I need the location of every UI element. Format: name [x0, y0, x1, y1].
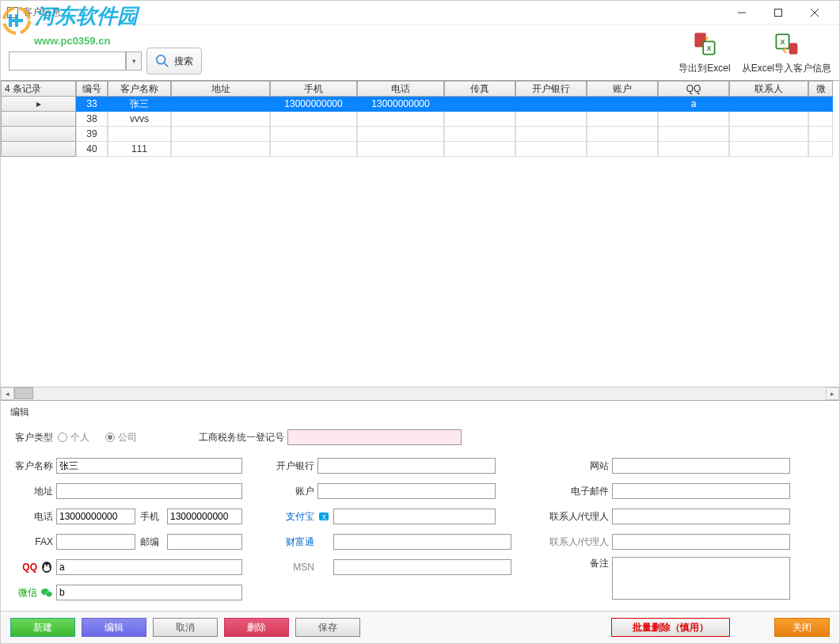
cell-last[interactable] [808, 142, 833, 157]
cell-acct[interactable] [587, 127, 658, 142]
zip-field[interactable] [167, 534, 242, 550]
edit-button[interactable]: 编辑 [82, 618, 146, 637]
contact1-field[interactable] [612, 509, 790, 524]
minimize-button[interactable] [724, 2, 760, 24]
cell-last[interactable] [808, 97, 833, 112]
cell-name[interactable] [108, 127, 171, 142]
col-id[interactable]: 编号 [76, 81, 108, 97]
col-address[interactable]: 地址 [171, 81, 270, 97]
col-bank[interactable]: 开户银行 [515, 81, 587, 97]
cell-name[interactable]: 张三 [108, 97, 171, 112]
label-tenpay[interactable]: 财富通 [272, 535, 317, 549]
search-button[interactable]: 搜索 [146, 48, 202, 74]
cell-mobile[interactable] [270, 127, 357, 142]
export-excel-button[interactable]: X 导出到Excel [678, 30, 730, 75]
cell-bank[interactable] [515, 97, 587, 112]
cell-fax[interactable] [444, 127, 515, 142]
tenpay-field[interactable] [333, 534, 511, 550]
cell-contact[interactable] [729, 112, 808, 127]
cell-mobile[interactable] [270, 142, 357, 157]
cell-last[interactable] [808, 112, 833, 127]
customer-name-field[interactable] [56, 458, 242, 474]
cell-mobile[interactable]: 13000000000 [270, 97, 357, 112]
cell-qq[interactable] [658, 142, 729, 157]
bank-field[interactable] [317, 458, 496, 474]
address-field[interactable] [56, 483, 242, 499]
table-row[interactable]: 39 [1, 127, 839, 142]
cell-last[interactable] [808, 127, 833, 142]
import-excel-button[interactable]: X 从Excel导入客户信息 [742, 30, 831, 75]
close-panel-button[interactable]: 关闭 [774, 618, 830, 637]
tax-id-field[interactable] [287, 429, 462, 445]
cell-mobile[interactable] [270, 112, 357, 127]
cell-qq[interactable] [658, 127, 729, 142]
qq-field[interactable] [56, 559, 242, 575]
mobile-field[interactable] [167, 509, 242, 524]
cell-tel[interactable] [357, 142, 444, 157]
col-wechat[interactable]: 微 [808, 81, 833, 97]
cell-addr[interactable] [171, 127, 270, 142]
radio-company[interactable]: 公司 [105, 431, 137, 444]
new-button[interactable]: 新建 [10, 618, 75, 637]
table-row[interactable]: ▸33张三1300000000013000000000a [1, 97, 839, 112]
fax-field[interactable] [56, 534, 135, 550]
label-alipay[interactable]: 支付宝 [272, 510, 317, 524]
cell-addr[interactable] [171, 97, 270, 112]
cell-tel[interactable] [357, 112, 444, 127]
maximize-button[interactable] [760, 2, 796, 24]
cell-name[interactable]: 111 [108, 142, 171, 157]
cell-fax[interactable] [444, 112, 515, 127]
cell-id[interactable]: 33 [76, 97, 108, 112]
delete-button[interactable]: 删除 [224, 618, 289, 637]
table-row[interactable]: 40111 [1, 142, 839, 157]
col-telephone[interactable]: 电话 [357, 81, 444, 97]
cell-qq[interactable]: a [658, 97, 729, 112]
email-field[interactable] [612, 483, 790, 499]
col-customer-name[interactable]: 客户名称 [108, 81, 171, 97]
search-input[interactable] [9, 51, 126, 70]
telephone-field[interactable] [56, 509, 135, 524]
cell-contact[interactable] [729, 97, 808, 112]
cancel-button[interactable]: 取消 [153, 618, 218, 637]
cell-fax[interactable] [444, 142, 515, 157]
col-account[interactable]: 账户 [587, 81, 658, 97]
cell-bank[interactable] [515, 142, 587, 157]
table-row[interactable]: 38vvvs [1, 112, 839, 127]
data-grid[interactable]: 4 条记录 编号 客户名称 地址 手机 电话 传真 开户银行 账户 QQ 联系人… [1, 80, 839, 400]
remark-field[interactable] [612, 557, 790, 600]
scroll-thumb[interactable] [14, 387, 33, 399]
cell-contact[interactable] [729, 127, 808, 142]
alipay-field[interactable] [333, 509, 496, 524]
search-dropdown-button[interactable]: ▾ [126, 51, 142, 70]
contact2-field[interactable] [612, 534, 790, 550]
cell-qq[interactable] [658, 112, 729, 127]
scroll-left-button[interactable]: ◂ [1, 387, 14, 400]
radio-personal[interactable]: 个人 [58, 431, 89, 444]
batch-delete-button[interactable]: 批量删除（慎用） [611, 618, 730, 637]
col-qq[interactable]: QQ [658, 81, 729, 97]
scroll-right-button[interactable]: ▸ [826, 387, 839, 400]
cell-acct[interactable] [587, 97, 658, 112]
col-contact[interactable]: 联系人 [729, 81, 808, 97]
wechat-field[interactable] [56, 585, 242, 600]
cell-tel[interactable]: 13000000000 [357, 97, 444, 112]
cell-bank[interactable] [515, 127, 587, 142]
cell-acct[interactable] [587, 112, 658, 127]
cell-acct[interactable] [587, 142, 658, 157]
cell-name[interactable]: vvvs [108, 112, 171, 127]
cell-tel[interactable] [357, 127, 444, 142]
col-mobile[interactable]: 手机 [270, 81, 357, 97]
cell-id[interactable]: 38 [76, 112, 108, 127]
close-button[interactable] [796, 2, 833, 24]
cell-fax[interactable] [444, 97, 515, 112]
account-field[interactable] [317, 483, 496, 499]
cell-bank[interactable] [515, 112, 587, 127]
save-button[interactable]: 保存 [295, 618, 360, 637]
col-fax[interactable]: 传真 [444, 81, 515, 97]
website-field[interactable] [612, 458, 790, 474]
cell-id[interactable]: 40 [76, 142, 108, 157]
msn-field[interactable] [333, 559, 511, 575]
cell-addr[interactable] [171, 112, 270, 127]
horizontal-scrollbar[interactable]: ◂ ▸ [1, 387, 839, 400]
cell-contact[interactable] [729, 142, 808, 157]
